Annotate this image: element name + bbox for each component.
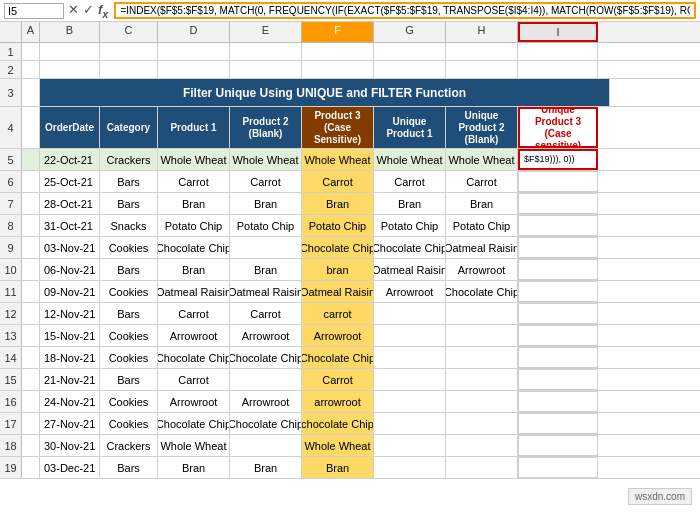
cell-5c[interactable]: Crackers xyxy=(100,149,158,170)
cell-11f[interactable]: Oatmeal Raisin xyxy=(302,281,374,302)
cell-8g[interactable]: Potato Chip xyxy=(374,215,446,236)
cell-10c[interactable]: Bars xyxy=(100,259,158,280)
cell-16h[interactable] xyxy=(446,391,518,412)
cell-14b[interactable]: 18-Nov-21 xyxy=(40,347,100,368)
name-box[interactable] xyxy=(4,3,64,19)
cell-18i[interactable] xyxy=(518,435,598,456)
cell-12a[interactable] xyxy=(22,303,40,324)
cell-17f[interactable]: chocolate Chip xyxy=(302,413,374,434)
cell-12d[interactable]: Carrot xyxy=(158,303,230,324)
cell-7d[interactable]: Bran xyxy=(158,193,230,214)
cell-19c[interactable]: Bars xyxy=(100,457,158,478)
cell-15h[interactable] xyxy=(446,369,518,390)
cell-12i[interactable] xyxy=(518,303,598,324)
cell-8e[interactable]: Potato Chip xyxy=(230,215,302,236)
cell-19i[interactable] xyxy=(518,457,598,478)
cell-2g[interactable] xyxy=(374,61,446,78)
cell-12f[interactable]: carrot xyxy=(302,303,374,324)
col-header-c[interactable]: C xyxy=(100,22,158,42)
cell-10e[interactable]: Bran xyxy=(230,259,302,280)
cell-13a[interactable] xyxy=(22,325,40,346)
cell-5e[interactable]: Whole Wheat xyxy=(230,149,302,170)
cell-18b[interactable]: 30-Nov-21 xyxy=(40,435,100,456)
cell-12c[interactable]: Bars xyxy=(100,303,158,324)
cell-18a[interactable] xyxy=(22,435,40,456)
cell-9a[interactable] xyxy=(22,237,40,258)
col-header-b[interactable]: B xyxy=(40,22,100,42)
cell-17a[interactable] xyxy=(22,413,40,434)
cell-5f[interactable]: Whole Wheat xyxy=(302,149,374,170)
cell-1a[interactable] xyxy=(22,43,40,60)
cell-1g[interactable] xyxy=(374,43,446,60)
cell-17b[interactable]: 27-Nov-21 xyxy=(40,413,100,434)
col-header-e[interactable]: E xyxy=(230,22,302,42)
cell-14a[interactable] xyxy=(22,347,40,368)
cell-14f[interactable]: Chocolate Chip xyxy=(302,347,374,368)
cell-16i[interactable] xyxy=(518,391,598,412)
cell-13h[interactable] xyxy=(446,325,518,346)
cell-2i[interactable] xyxy=(518,61,598,78)
cell-16a[interactable] xyxy=(22,391,40,412)
cell-11e[interactable]: Oatmeal Raisin xyxy=(230,281,302,302)
cell-19g[interactable] xyxy=(374,457,446,478)
cell-16e[interactable]: Arrowroot xyxy=(230,391,302,412)
cell-13b[interactable]: 15-Nov-21 xyxy=(40,325,100,346)
cell-11i[interactable] xyxy=(518,281,598,302)
cell-16c[interactable]: Cookies xyxy=(100,391,158,412)
cell-9e[interactable] xyxy=(230,237,302,258)
cell-9g[interactable]: Chocolate Chip xyxy=(374,237,446,258)
cell-2f[interactable] xyxy=(302,61,374,78)
cell-18c[interactable]: Crackers xyxy=(100,435,158,456)
cell-14i[interactable] xyxy=(518,347,598,368)
col-header-d[interactable]: D xyxy=(158,22,230,42)
cell-5b[interactable]: 22-Oct-21 xyxy=(40,149,100,170)
cell-1f[interactable] xyxy=(302,43,374,60)
cell-10f[interactable]: bran xyxy=(302,259,374,280)
cell-14h[interactable] xyxy=(446,347,518,368)
cell-17i[interactable] xyxy=(518,413,598,434)
cell-12h[interactable] xyxy=(446,303,518,324)
cell-10g[interactable]: Oatmeal Raisin xyxy=(374,259,446,280)
cell-9d[interactable]: Chocolate Chip xyxy=(158,237,230,258)
cell-7c[interactable]: Bars xyxy=(100,193,158,214)
cell-8f[interactable]: Potato Chip xyxy=(302,215,374,236)
cell-10b[interactable]: 06-Nov-21 xyxy=(40,259,100,280)
cell-19f[interactable]: Bran xyxy=(302,457,374,478)
cell-2h[interactable] xyxy=(446,61,518,78)
cell-13c[interactable]: Cookies xyxy=(100,325,158,346)
cell-19h[interactable] xyxy=(446,457,518,478)
cell-13e[interactable]: Arrowroot xyxy=(230,325,302,346)
cell-2c[interactable] xyxy=(100,61,158,78)
cell-9f[interactable]: Chocolate Chip xyxy=(302,237,374,258)
cell-13d[interactable]: Arrowroot xyxy=(158,325,230,346)
cell-7f[interactable]: Bran xyxy=(302,193,374,214)
cell-1b[interactable] xyxy=(40,43,100,60)
cell-6d[interactable]: Carrot xyxy=(158,171,230,192)
cell-6c[interactable]: Bars xyxy=(100,171,158,192)
cell-19b[interactable]: 03-Dec-21 xyxy=(40,457,100,478)
formula-input[interactable] xyxy=(114,2,696,19)
cell-18d[interactable]: Whole Wheat xyxy=(158,435,230,456)
cell-8i[interactable] xyxy=(518,215,598,236)
cell-12b[interactable]: 12-Nov-21 xyxy=(40,303,100,324)
cell-8b[interactable]: 31-Oct-21 xyxy=(40,215,100,236)
cell-6i[interactable] xyxy=(518,171,598,192)
cell-15i[interactable] xyxy=(518,369,598,390)
cell-1i[interactable] xyxy=(518,43,598,60)
cell-17h[interactable] xyxy=(446,413,518,434)
cell-15a[interactable] xyxy=(22,369,40,390)
cell-16b[interactable]: 24-Nov-21 xyxy=(40,391,100,412)
cell-15f[interactable]: Carrot xyxy=(302,369,374,390)
col-header-a[interactable]: A xyxy=(22,22,40,42)
cell-12g[interactable] xyxy=(374,303,446,324)
cell-3a[interactable] xyxy=(22,79,40,106)
cell-12e[interactable]: Carrot xyxy=(230,303,302,324)
cell-19e[interactable]: Bran xyxy=(230,457,302,478)
cell-17g[interactable] xyxy=(374,413,446,434)
cell-11g[interactable]: Arrowroot xyxy=(374,281,446,302)
cell-19d[interactable]: Bran xyxy=(158,457,230,478)
cell-1h[interactable] xyxy=(446,43,518,60)
cell-7g[interactable]: Bran xyxy=(374,193,446,214)
cell-4a[interactable] xyxy=(22,107,40,148)
cell-16g[interactable] xyxy=(374,391,446,412)
